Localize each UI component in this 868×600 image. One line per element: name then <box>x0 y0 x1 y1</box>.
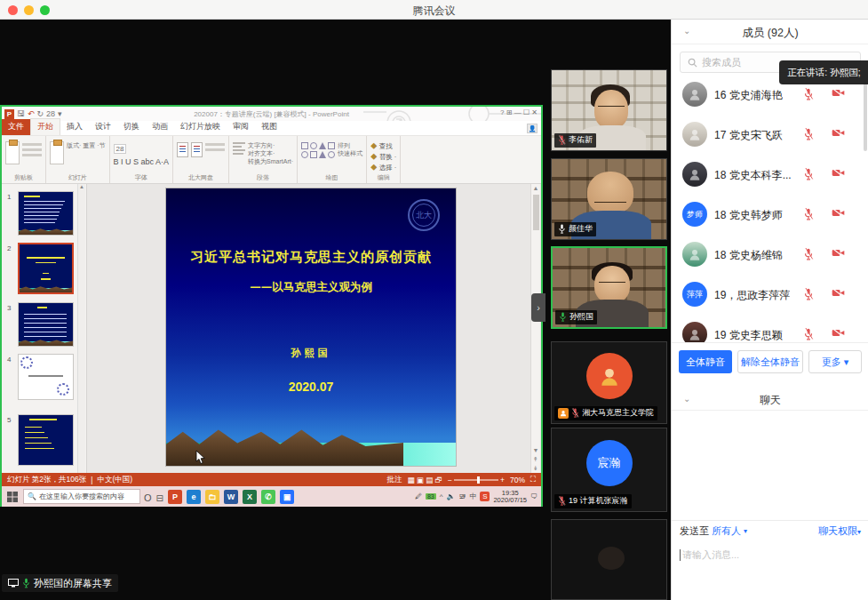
ppt-tab-文件[interactable]: 文件 <box>2 119 30 135</box>
member-mic-muted-icon[interactable] <box>803 288 814 300</box>
chat-section-header[interactable]: ⌄ 聊天 <box>672 388 868 411</box>
unmute-all-button[interactable]: 解除全体静音 <box>737 350 803 373</box>
send-to-dropdown-icon[interactable]: ▾ <box>744 527 747 535</box>
member-row[interactable]: 19 党史李思颖 <box>672 315 868 342</box>
zoom-slider[interactable]: −+ <box>448 476 505 484</box>
qat-dropdown-icon[interactable]: ▾ <box>58 109 62 118</box>
ppt-tab-幻灯片放映[interactable]: 幻灯片放映 <box>174 119 227 135</box>
save-icon[interactable]: 🖫 <box>17 109 25 118</box>
start-button[interactable] <box>5 490 20 504</box>
member-row[interactable]: 18 党史本科李... <box>672 155 868 195</box>
member-list-scrollbar[interactable] <box>864 82 867 151</box>
member-mic-muted-icon[interactable] <box>803 328 814 340</box>
member-camera-off-icon[interactable] <box>832 88 845 98</box>
ribbon-group-幻灯片[interactable]: 版式· 重置 ·节幻灯片 <box>46 136 110 183</box>
ribbon-group-段落[interactable]: 文字方向· 对齐文本· 转换为SmartArt·段落 <box>229 136 298 183</box>
powerpoint-taskbar-icon[interactable]: P <box>168 490 182 504</box>
video-thumbnail-19 计算机张宸瀚[interactable]: 宸瀚19 计算机张宸瀚 <box>551 428 667 512</box>
meeting-taskbar-icon[interactable]: ▣ <box>280 490 294 504</box>
member-mic-muted-icon[interactable] <box>803 88 814 100</box>
member-mic-muted-icon[interactable] <box>803 208 814 220</box>
ppt-tab-审阅[interactable]: 审阅 <box>227 119 255 135</box>
quick-access-toolbar[interactable]: P 🖫 ↶ ↻ 28 ▾ <box>2 109 62 119</box>
notes-button[interactable]: 批注 <box>386 475 402 485</box>
ppt-tab-动画[interactable]: 动画 <box>146 119 174 135</box>
ppt-tab-插入[interactable]: 插入 <box>60 119 89 135</box>
member-row[interactable]: 梦师18 党史韩梦师 <box>672 195 868 235</box>
ppt-window-controls[interactable]: ? ⊞ — ☐ ✕ <box>500 108 538 116</box>
undo-icon[interactable]: ↶ <box>28 109 35 118</box>
chat-input[interactable]: 请输入消息... <box>672 541 868 568</box>
member-camera-off-icon[interactable] <box>832 248 845 258</box>
network-icon[interactable]: 🖳 <box>458 492 466 500</box>
edge-taskbar-icon[interactable]: e <box>187 490 201 504</box>
member-row[interactable]: 萍萍19，思政李萍萍 <box>672 275 868 315</box>
slide-thumbnail-1[interactable] <box>18 191 74 236</box>
member-row[interactable]: 18 党史杨维锦 <box>672 235 868 275</box>
ribbon-group-编辑[interactable]: ◆ 查找◆ 替换 ·◆ 选择 ·编辑 <box>367 136 401 183</box>
member-camera-off-icon[interactable] <box>832 208 845 218</box>
ribbon-group-字体[interactable]: 28B I U S abc A·A字体 <box>110 136 174 183</box>
ppt-tab-设计[interactable]: 设计 <box>89 119 117 135</box>
member-row[interactable]: 17 党史宋飞跃 <box>672 115 868 155</box>
task-view-icon[interactable]: ⊟ <box>156 489 163 505</box>
fit-slide-icon[interactable]: ⛶ <box>530 475 536 484</box>
member-camera-off-icon[interactable] <box>832 128 845 138</box>
explorer-taskbar-icon[interactable]: 🗀 <box>205 490 219 504</box>
video-thumbnail-湘大马克思主义学院[interactable]: 湘大马克思主义学院 <box>551 341 667 424</box>
ppt-tab-视图[interactable]: 视图 <box>255 119 283 135</box>
member-mic-muted-icon[interactable] <box>803 168 814 180</box>
ppt-tab-切换[interactable]: 切换 <box>117 119 146 135</box>
member-list[interactable]: 16 党史浦海艳17 党史宋飞跃18 党史本科李...梦师18 党史韩梦师18 … <box>672 75 868 342</box>
member-mic-muted-icon[interactable] <box>803 128 814 140</box>
video-thumbnail-李佑新[interactable]: 李佑新 <box>551 69 667 151</box>
excel-taskbar-icon[interactable]: X <box>243 490 257 504</box>
member-name: 16 党史浦海艳 <box>714 88 783 103</box>
cortana-icon[interactable]: O <box>144 489 152 505</box>
tray-pen-icon[interactable]: 🖉 <box>415 492 422 500</box>
chat-permission-button[interactable]: 聊天权限▾ <box>818 524 861 538</box>
slide-number: 2 <box>7 244 11 252</box>
view-buttons[interactable]: ▦ ▣ ▤ 🗗 <box>407 476 442 484</box>
member-mic-muted-icon[interactable] <box>803 248 814 260</box>
thumbnail-pane-scrollbar[interactable]: ▲ <box>77 184 85 473</box>
sidebar-collapse-handle[interactable]: › <box>531 293 545 322</box>
member-camera-off-icon[interactable] <box>832 168 845 178</box>
office-account-icon[interactable]: 👤 <box>527 124 538 133</box>
ime-indicator[interactable]: 中 <box>469 492 476 501</box>
more-button[interactable]: 更多 ▾ <box>808 350 862 373</box>
slide-thumbnail-pane[interactable]: ▲ 12345 <box>2 184 87 473</box>
slide-thumbnail-3[interactable] <box>18 302 74 347</box>
video-thumbnail-empty[interactable] <box>551 519 667 600</box>
slide-thumbnail-2[interactable] <box>18 243 74 294</box>
mute-all-button[interactable]: 全体静音 <box>679 350 732 373</box>
ppt-tab-开始[interactable]: 开始 <box>30 118 60 135</box>
speaker-icon[interactable]: 🔈 <box>446 492 455 500</box>
action-center-icon[interactable]: 🗨 <box>530 492 538 500</box>
window-title: 腾讯会议 <box>0 4 868 19</box>
system-tray[interactable]: 🖉 83 ^ 🔈 🖳 中 S 19:35 2020/07/15 🗨 <box>415 490 538 504</box>
member-name: 19 党史李思颖 <box>714 328 783 342</box>
slide-thumbnail-4[interactable] <box>18 354 74 400</box>
word-taskbar-icon[interactable]: W <box>224 490 238 504</box>
send-to-selector[interactable]: 所有人 <box>712 524 741 538</box>
ribbon-group-剪贴板[interactable]: 剪贴板 <box>2 136 46 183</box>
zoom-level[interactable]: 70% <box>510 476 525 484</box>
video-thumbnail-孙熙国[interactable]: 孙熙国 <box>551 246 667 329</box>
sogou-input-icon[interactable]: S <box>480 492 490 501</box>
video-thumbnail-颜佳华[interactable]: 颜佳华 <box>551 158 667 240</box>
wechat-taskbar-icon[interactable]: ✆ <box>261 490 275 504</box>
ppt-window-buttons[interactable]: ? ⊞ — ☐ ✕ <box>500 108 538 116</box>
member-camera-off-icon[interactable] <box>832 328 845 338</box>
slide-scrollbar[interactable]: ▲▼↟↡ <box>530 184 540 473</box>
ribbon-group-北大网盘[interactable]: 北大网盘 <box>173 136 229 183</box>
taskbar-clock[interactable]: 19:35 2020/07/15 <box>493 490 527 504</box>
members-section-header[interactable]: ⌄ 成员 (92人) <box>672 20 868 44</box>
member-camera-off-icon[interactable] <box>832 288 845 298</box>
slide-thumbnail-5[interactable] <box>18 414 74 466</box>
ribbon-group-绘图[interactable]: 排列快速样式绘图 <box>298 136 367 183</box>
tray-expand-icon[interactable]: ^ <box>440 492 443 500</box>
taskbar-search-input[interactable]: 🔍 在这里输入你要搜索的内容 <box>23 489 140 504</box>
battery-indicator[interactable]: 83 <box>426 493 436 500</box>
redo-icon[interactable]: ↻ <box>37 109 44 118</box>
